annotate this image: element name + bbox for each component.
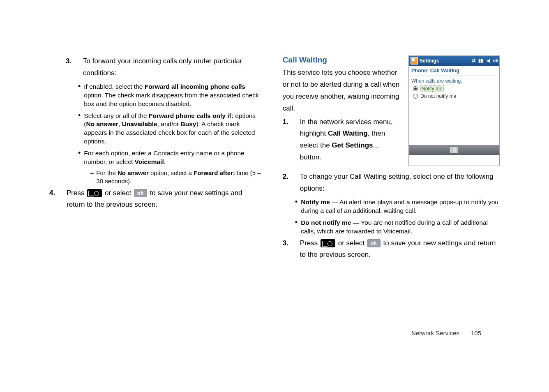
- bullet-text: Do not notify me — You are not notified …: [301, 219, 500, 236]
- bullet-dot-icon: •: [78, 83, 81, 108]
- step-3: 3. To forward your incoming calls only u…: [66, 55, 262, 79]
- right-text-col: Call Waiting This service lets you choos…: [283, 55, 401, 166]
- phone-titlebar: Settings ⇄ ▮▮ ◀ ok: [409, 56, 499, 66]
- step-text: Press or select ok to save your new sett…: [67, 187, 262, 211]
- ok-softkey[interactable]: ok: [493, 58, 498, 64]
- dash-icon: –: [90, 169, 94, 186]
- bullet-1: • If enabled, select the Forward all inc…: [78, 83, 262, 108]
- step-4: 4. Press or select ok to save your new s…: [49, 187, 262, 211]
- footer-section: Network Services: [411, 330, 459, 337]
- radio-unselected-icon: [413, 94, 418, 99]
- bullet-dot-icon: •: [78, 149, 81, 166]
- step-number: 4.: [49, 187, 59, 211]
- press-key-icon: [86, 189, 103, 198]
- radio-label: Do not notify me: [420, 93, 456, 99]
- step-number: 3.: [283, 238, 293, 261]
- section-heading: Call Waiting: [283, 55, 401, 65]
- bullet-text: Select any or all of the Forward phone c…: [84, 112, 262, 146]
- bullet-2: • Select any or all of the Forward phone…: [78, 112, 262, 146]
- when-label: When calls are waiting:: [411, 78, 497, 84]
- status-icons: ⇄ ▮▮ ◀ ok: [471, 58, 499, 64]
- step-text: To change your Call Waiting setting, sel…: [300, 171, 500, 195]
- right-bullet-2: • Do not notify me — You are not notifie…: [295, 219, 500, 236]
- bullet-text: Notify me — An alert tone plays and a me…: [301, 198, 500, 215]
- page-content: 3. To forward your incoming calls only u…: [0, 0, 549, 263]
- press-key-icon: [320, 239, 336, 248]
- right-step-1: 1. In the network services menu, highlig…: [283, 116, 401, 164]
- right-bullet-1: • Notify me — An alert tone plays and a …: [295, 198, 500, 215]
- bullet-3: • For each option, enter a Contacts entr…: [78, 149, 262, 166]
- step-number: 1.: [283, 116, 293, 164]
- page-footer: Network Services 105: [411, 330, 481, 337]
- bullet-text: For each option, enter a Contacts entry …: [84, 149, 262, 166]
- windows-flag-icon: [411, 57, 418, 65]
- phone-subhead: Phone: Call Waiting: [409, 66, 499, 76]
- step-number: 3.: [66, 55, 76, 79]
- radio-do-not-notify[interactable]: Do not notify me: [413, 93, 497, 99]
- phone-body: When calls are waiting: Notify me Do not…: [409, 76, 499, 145]
- bullet-text: If enabled, select the Forward all incom…: [84, 83, 262, 108]
- radio-selected-icon: [413, 86, 418, 91]
- right-step-2: 2. To change your Call Waiting setting, …: [283, 171, 500, 195]
- speaker-icon: ◀: [485, 58, 491, 64]
- radio-notify-me[interactable]: Notify me: [413, 85, 497, 92]
- phone-bottombar: [409, 145, 499, 155]
- radio-label: Notify me: [420, 85, 444, 92]
- step-number: 2.: [283, 171, 293, 195]
- bullet-dot-icon: •: [295, 219, 298, 236]
- dash-1: – For the No answer option, select a For…: [90, 169, 262, 186]
- right-top-wrap: Call Waiting This service lets you choos…: [283, 55, 500, 166]
- phone-title: Settings: [420, 58, 471, 64]
- step-text: In the network services menu, highlight …: [300, 116, 401, 164]
- step-text: Press or select ok to save your new sett…: [300, 238, 500, 261]
- keyboard-icon[interactable]: [450, 147, 458, 153]
- ok-key-icon: ok: [133, 189, 148, 198]
- left-column: 3. To forward your incoming calls only u…: [66, 55, 262, 263]
- intro-paragraph: This service lets you choose whether or …: [283, 67, 401, 115]
- signal-icon: ▮▮: [478, 58, 484, 64]
- bullet-dot-icon: •: [78, 112, 81, 146]
- dash-text: For the No answer option, select a Forwa…: [96, 169, 262, 186]
- bullet-dot-icon: •: [295, 198, 298, 215]
- phone-screenshot: Settings ⇄ ▮▮ ◀ ok Phone: Call Waiting W…: [408, 55, 500, 166]
- footer-page-number: 105: [471, 330, 481, 337]
- connectivity-icon: ⇄: [471, 58, 476, 64]
- right-column: Call Waiting This service lets you choos…: [283, 55, 500, 263]
- ok-key-icon: ok: [367, 239, 381, 248]
- step-text: To forward your incoming calls only unde…: [83, 55, 262, 79]
- right-step-3: 3. Press or select ok to save your new s…: [283, 238, 500, 261]
